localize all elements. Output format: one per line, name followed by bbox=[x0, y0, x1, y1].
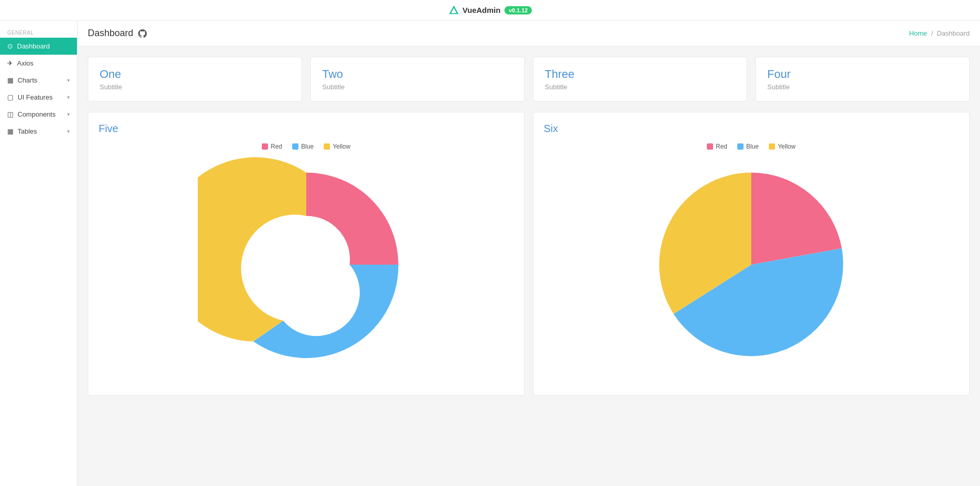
legend-item-blue: Blue bbox=[737, 143, 758, 150]
axios-icon: ✈ bbox=[7, 59, 13, 67]
breadcrumb-home-link[interactable]: Home bbox=[909, 29, 927, 37]
stat-card-one-title: One bbox=[100, 68, 290, 81]
sidebar-section-general: GENERAL bbox=[0, 27, 77, 38]
legend-item-red: Red bbox=[707, 143, 727, 150]
legend-label-yellow: Yellow bbox=[778, 143, 795, 150]
stat-card-three-title: Three bbox=[545, 68, 735, 81]
chart-six-title: Six bbox=[544, 123, 959, 135]
chart-card-five: Five Red Blue Yellow bbox=[88, 112, 525, 396]
sidebar-item-tables[interactable]: ▦ Tables ▾ bbox=[0, 123, 77, 140]
chevron-down-icon: ▾ bbox=[67, 111, 70, 117]
chart-five-legend: Red Blue Yellow bbox=[99, 143, 514, 150]
chart-card-six: Six Red Blue Yellow bbox=[533, 112, 970, 396]
donut-hole bbox=[263, 221, 350, 308]
legend-label-blue: Blue bbox=[301, 143, 313, 150]
legend-label-red: Red bbox=[271, 143, 282, 150]
legend-item-blue: Blue bbox=[292, 143, 313, 150]
page-header: Dashboard Home / Dashboard bbox=[77, 21, 980, 46]
chevron-down-icon: ▾ bbox=[67, 128, 70, 134]
sidebar-item-label: Tables bbox=[18, 127, 37, 135]
components-icon: ◫ bbox=[7, 110, 13, 118]
tables-icon: ▦ bbox=[7, 127, 13, 135]
chart-six-legend: Red Blue Yellow bbox=[544, 143, 959, 150]
chart-cards-row: Five Red Blue Yellow bbox=[88, 112, 970, 396]
github-icon[interactable] bbox=[137, 28, 148, 39]
sidebar-item-label: UI Features bbox=[18, 93, 53, 101]
legend-dot-yellow bbox=[769, 143, 775, 150]
legend-dot-red bbox=[707, 143, 713, 150]
chart-five-container bbox=[99, 156, 514, 373]
main-content: Dashboard Home / Dashboard One Subtitle bbox=[77, 21, 980, 486]
stat-card-one: One Subtitle bbox=[88, 57, 302, 102]
breadcrumb-current: Dashboard bbox=[937, 29, 970, 37]
stat-card-four-title: Four bbox=[767, 68, 958, 81]
legend-label-red: Red bbox=[716, 143, 727, 150]
legend-label-yellow: Yellow bbox=[333, 143, 350, 150]
page-title: Dashboard bbox=[88, 28, 133, 39]
stat-card-four-subtitle: Subtitle bbox=[767, 83, 958, 91]
stat-card-two: Two Subtitle bbox=[310, 57, 525, 102]
legend-item-red: Red bbox=[262, 143, 282, 150]
chart-six-container bbox=[544, 156, 959, 373]
stat-card-two-subtitle: Subtitle bbox=[322, 83, 513, 91]
chevron-down-icon: ▾ bbox=[67, 77, 70, 83]
legend-dot-blue bbox=[292, 143, 298, 150]
sidebar-item-label: Charts bbox=[18, 76, 37, 84]
sidebar-item-label: Axios bbox=[17, 59, 34, 67]
stat-card-two-title: Two bbox=[322, 68, 513, 81]
dashboard-icon: ⊙ bbox=[7, 42, 13, 50]
pie-chart-svg bbox=[643, 156, 860, 373]
stat-card-three: Three Subtitle bbox=[533, 57, 747, 102]
main-layout: GENERAL ⊙ Dashboard ✈ Axios ▦ Charts ▾ ▢… bbox=[0, 21, 980, 486]
stat-card-four: Four Subtitle bbox=[755, 57, 970, 102]
legend-dot-yellow bbox=[324, 143, 330, 150]
ui-features-icon: ▢ bbox=[7, 93, 13, 101]
app-name: VueAdmin bbox=[463, 6, 501, 14]
app-logo: VueAdmin bbox=[448, 5, 501, 16]
sidebar-item-axios[interactable]: ✈ Axios bbox=[0, 55, 77, 72]
chevron-down-icon: ▾ bbox=[67, 94, 70, 100]
dashboard-content: One Subtitle Two Subtitle Three Subtitle… bbox=[77, 46, 980, 406]
legend-dot-blue bbox=[737, 143, 744, 150]
sidebar-item-label: Dashboard bbox=[17, 42, 50, 50]
sidebar-item-ui-features[interactable]: ▢ UI Features ▾ bbox=[0, 89, 77, 106]
sidebar-item-label: Components bbox=[18, 110, 56, 118]
breadcrumb: Home / Dashboard bbox=[909, 29, 970, 37]
topbar: VueAdmin v0.1.12 bbox=[0, 0, 980, 21]
donut-chart-svg bbox=[198, 156, 415, 373]
breadcrumb-separator: / bbox=[931, 29, 933, 37]
stat-card-three-subtitle: Subtitle bbox=[545, 83, 735, 91]
legend-item-yellow: Yellow bbox=[769, 143, 795, 150]
stat-cards-row: One Subtitle Two Subtitle Three Subtitle… bbox=[88, 57, 970, 102]
vue-logo-icon bbox=[448, 5, 460, 16]
charts-icon: ▦ bbox=[7, 76, 13, 84]
legend-item-yellow: Yellow bbox=[324, 143, 350, 150]
sidebar-item-charts[interactable]: ▦ Charts ▾ bbox=[0, 72, 77, 89]
legend-dot-red bbox=[262, 143, 268, 150]
page-header-left: Dashboard bbox=[88, 28, 148, 39]
chart-five-title: Five bbox=[99, 123, 514, 135]
sidebar-item-components[interactable]: ◫ Components ▾ bbox=[0, 106, 77, 123]
legend-label-blue: Blue bbox=[746, 143, 758, 150]
stat-card-one-subtitle: Subtitle bbox=[100, 83, 290, 91]
sidebar-item-dashboard[interactable]: ⊙ Dashboard bbox=[0, 38, 77, 55]
sidebar: GENERAL ⊙ Dashboard ✈ Axios ▦ Charts ▾ ▢… bbox=[0, 21, 77, 486]
version-badge: v0.1.12 bbox=[504, 6, 532, 14]
